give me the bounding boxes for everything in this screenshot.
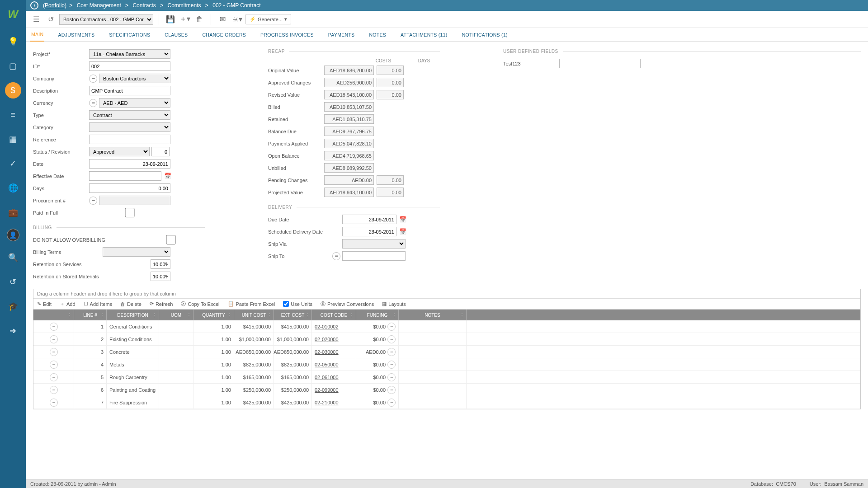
funding-picker-icon[interactable]: ••• bbox=[387, 335, 396, 343]
ret-materials-input[interactable] bbox=[151, 272, 170, 281]
type-select[interactable]: Contract bbox=[89, 110, 170, 120]
tab-specifications[interactable]: SPECIFICATIONS bbox=[108, 28, 151, 41]
add-icon[interactable]: ＋▾ bbox=[179, 14, 191, 25]
tab-main[interactable]: MAIN bbox=[30, 28, 44, 42]
company-select[interactable]: Boston Contractors bbox=[99, 74, 170, 83]
table-row[interactable]: •••7Fire Suppression1.00$425,000.00$425,… bbox=[33, 396, 860, 409]
grid-group-hint[interactable]: Drag a column header and drop it here to… bbox=[33, 289, 860, 299]
crumb-3[interactable]: Commitments bbox=[168, 2, 201, 9]
sidebar-item-check[interactable]: ✓ bbox=[5, 155, 21, 172]
cost-code-link[interactable]: 02-061000 bbox=[315, 375, 339, 380]
crumb-2[interactable]: Contracts bbox=[132, 2, 156, 9]
cost-code-link[interactable]: 02-050000 bbox=[315, 362, 339, 367]
tab-notes[interactable]: NOTES bbox=[368, 28, 387, 41]
funding-picker-icon[interactable]: ••• bbox=[387, 348, 396, 356]
procurement-picker-icon[interactable]: ••• bbox=[89, 197, 97, 205]
table-row[interactable]: •••4Metals1.00$825,000.00$825,000.0002-0… bbox=[33, 358, 860, 371]
calendar-icon[interactable]: 📅 bbox=[399, 228, 406, 235]
tab-change-orders[interactable]: CHANGE ORDERS bbox=[201, 28, 247, 41]
grid-paste-button[interactable]: 📋 Paste From Excel bbox=[228, 301, 275, 307]
table-row[interactable]: •••2Existing Conditions1.00$1,000,000.00… bbox=[33, 333, 860, 346]
record-selector[interactable]: Boston Contractors - 002 - GMP Cor bbox=[59, 14, 153, 25]
grid-add-button[interactable]: ＋ Add bbox=[60, 300, 75, 307]
grid-copy-button[interactable]: ⓧ Copy To Excel bbox=[181, 300, 219, 307]
ret-services-input[interactable] bbox=[151, 259, 170, 269]
save-icon[interactable]: 💾 bbox=[165, 14, 176, 25]
funding-picker-icon[interactable]: ••• bbox=[387, 399, 396, 407]
tab-adjustments[interactable]: ADJUSTMENTS bbox=[57, 28, 95, 41]
sched-date-input[interactable] bbox=[342, 227, 396, 236]
tab-progress-invoices[interactable]: PROGRESS INVOICES bbox=[259, 28, 315, 41]
history-icon[interactable]: ↺ bbox=[45, 14, 57, 25]
sidebar-item-ideas[interactable]: 💡 bbox=[5, 33, 21, 50]
row-actions-icon[interactable]: ••• bbox=[50, 361, 58, 369]
status-select[interactable]: Approved bbox=[89, 147, 150, 156]
id-input[interactable] bbox=[89, 61, 170, 71]
sidebar-item-report[interactable]: ≡ bbox=[5, 107, 21, 123]
crumb-1[interactable]: Cost Management bbox=[77, 2, 121, 9]
cost-code-link[interactable]: 02-099000 bbox=[315, 387, 339, 393]
grid-layouts-button[interactable]: ▦ Layouts bbox=[382, 301, 406, 307]
ship-via-select[interactable] bbox=[342, 239, 406, 249]
procurement-input[interactable] bbox=[99, 196, 170, 205]
effective-input[interactable] bbox=[89, 171, 161, 181]
funding-picker-icon[interactable]: ••• bbox=[387, 361, 396, 369]
table-row[interactable]: •••5Rough Carpentry1.00$165,000.00$165,0… bbox=[33, 371, 860, 384]
cost-code-link[interactable]: 02-020000 bbox=[315, 337, 339, 342]
sidebar-item-globe[interactable]: 🌐 bbox=[5, 180, 21, 196]
tab-attachments[interactable]: ATTACHMENTS (11) bbox=[400, 28, 448, 41]
crumb-portfolio[interactable]: (Portfolio) bbox=[43, 2, 66, 9]
paid-checkbox[interactable] bbox=[89, 208, 170, 217]
project-select[interactable]: 11a - Chelsea Barracks bbox=[89, 49, 170, 59]
row-actions-icon[interactable]: ••• bbox=[50, 373, 58, 381]
grid-preview-button[interactable]: ⓢ Preview Conversions bbox=[321, 300, 374, 307]
sidebar-item-history[interactable]: ↺ bbox=[5, 274, 21, 290]
days-input[interactable] bbox=[89, 183, 170, 193]
currency-select[interactable]: AED - AED bbox=[99, 98, 170, 108]
reference-input[interactable] bbox=[89, 135, 170, 144]
sidebar-item-cost[interactable]: $ bbox=[5, 82, 21, 99]
grid-delete-button[interactable]: 🗑 Delete bbox=[120, 301, 142, 307]
description-input[interactable] bbox=[89, 86, 170, 95]
cost-code-link[interactable]: 02-210000 bbox=[315, 400, 339, 405]
delete-icon[interactable]: 🗑 bbox=[193, 14, 205, 25]
sidebar-item-briefcase[interactable]: 💼 bbox=[5, 204, 21, 221]
date-input[interactable] bbox=[89, 159, 170, 169]
sidebar-item-learn[interactable]: 🎓 bbox=[5, 298, 21, 314]
grid-refresh-button[interactable]: ⟳ Refresh bbox=[150, 301, 173, 307]
sidebar-item-docs[interactable]: ▢ bbox=[5, 58, 21, 74]
grid-units-checkbox[interactable]: Use Units bbox=[283, 301, 312, 307]
due-date-input[interactable] bbox=[342, 215, 396, 224]
billing-terms-select[interactable] bbox=[103, 247, 170, 257]
cost-code-link[interactable]: 02-030000 bbox=[315, 349, 339, 355]
row-actions-icon[interactable]: ••• bbox=[50, 399, 58, 407]
info-icon[interactable]: i bbox=[30, 1, 38, 9]
table-row[interactable]: •••1General Conditions1.00$415,000.00$41… bbox=[33, 320, 860, 333]
category-select[interactable] bbox=[89, 122, 170, 132]
grid-edit-button[interactable]: ✎ Edit bbox=[37, 301, 52, 307]
row-actions-icon[interactable]: ••• bbox=[50, 348, 58, 356]
tab-payments[interactable]: PAYMENTS bbox=[327, 28, 356, 41]
row-actions-icon[interactable]: ••• bbox=[50, 335, 58, 343]
revision-input[interactable] bbox=[151, 147, 170, 156]
funding-picker-icon[interactable]: ••• bbox=[387, 386, 396, 394]
row-actions-icon[interactable]: ••• bbox=[50, 386, 58, 394]
company-picker-icon[interactable]: ••• bbox=[89, 75, 97, 83]
row-actions-icon[interactable]: ••• bbox=[50, 323, 58, 331]
calendar-icon[interactable]: 📅 bbox=[164, 173, 171, 179]
test123-input[interactable] bbox=[559, 59, 641, 68]
grid-add-items-button[interactable]: ☐ Add Items bbox=[84, 301, 113, 307]
avatar[interactable]: 👤 bbox=[7, 229, 19, 241]
funding-picker-icon[interactable]: ••• bbox=[387, 373, 396, 381]
tab-clauses[interactable]: CLAUSES bbox=[164, 28, 189, 41]
funding-picker-icon[interactable]: ••• bbox=[387, 323, 396, 331]
mail-icon[interactable]: ✉ bbox=[217, 14, 228, 25]
generate-button[interactable]: ⚡ Generate... ▾ bbox=[245, 14, 291, 24]
ship-to-input[interactable] bbox=[342, 251, 406, 261]
table-row[interactable]: •••6Painting and Coating1.00$250,000.00$… bbox=[33, 384, 860, 396]
tab-notifications[interactable]: NOTIFICATIONS (1) bbox=[461, 28, 509, 41]
sidebar-item-building[interactable]: ▦ bbox=[5, 131, 21, 147]
table-row[interactable]: •••3Concrete1.00AED850,000.00AED850,000.… bbox=[33, 346, 860, 358]
sidebar-item-logout[interactable]: ➜ bbox=[5, 323, 21, 339]
calendar-icon[interactable]: 📅 bbox=[399, 216, 406, 223]
